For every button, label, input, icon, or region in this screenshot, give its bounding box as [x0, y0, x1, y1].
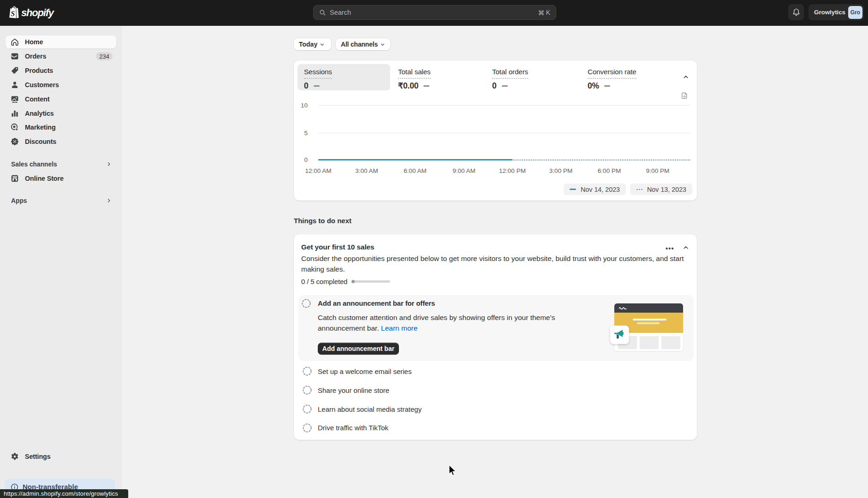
- svg-text:S: S: [11, 10, 15, 18]
